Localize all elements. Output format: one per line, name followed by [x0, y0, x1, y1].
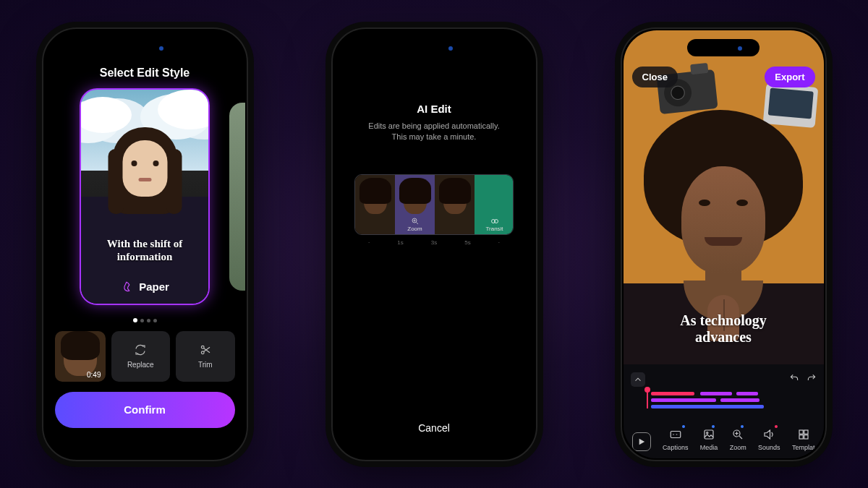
processing-timeline: Zoom Transit — [354, 174, 514, 235]
editor-bottom-panel: Captions Media Zoom Sounds — [624, 364, 824, 458]
zoom-icon — [411, 217, 420, 226]
chevron-up-icon — [633, 374, 643, 385]
track-clip[interactable] — [651, 392, 694, 395]
track-clip[interactable] — [720, 398, 760, 402]
media-icon — [702, 428, 715, 441]
track-clip[interactable] — [651, 405, 764, 408]
style-carousel[interactable]: With the shift of information Paper — [45, 88, 245, 305]
scissors-icon — [199, 343, 212, 356]
preview-caption: With the shift of information — [81, 237, 208, 263]
svg-rect-6 — [705, 430, 713, 439]
replace-icon — [134, 343, 147, 356]
carousel-dots — [45, 312, 245, 325]
toolbar-zoom[interactable]: Zoom — [730, 428, 746, 451]
captions-icon — [669, 428, 682, 441]
clip-duration: 0:49 — [87, 371, 101, 379]
timeline[interactable] — [648, 392, 817, 408]
timeline-segment-zoom: Zoom — [395, 175, 435, 234]
close-button[interactable]: Close — [632, 67, 678, 87]
templates-icon — [797, 428, 810, 441]
svg-rect-10 — [804, 430, 807, 434]
timeline-segment-transition: Transit — [475, 175, 514, 234]
svg-point-1 — [201, 351, 204, 354]
confirm-label: Confirm — [124, 403, 166, 416]
video-preview[interactable]: Close Export As technology advances — [624, 30, 824, 364]
sounds-icon — [762, 428, 775, 441]
toolbar-media[interactable]: Media — [700, 428, 718, 451]
dynamic-island — [398, 39, 470, 56]
play-button[interactable] — [632, 432, 651, 451]
timeline-segment — [435, 175, 475, 234]
ai-edit-subtitle: Edits are being applied automatically. T… — [368, 121, 499, 143]
cancel-button[interactable]: Cancel — [334, 422, 535, 434]
redo-icon — [807, 373, 817, 383]
replace-button[interactable]: Replace — [111, 331, 171, 382]
svg-rect-5 — [671, 431, 681, 437]
svg-rect-11 — [799, 435, 803, 438]
playhead[interactable] — [647, 390, 648, 408]
screen-title: Select Edit Style — [45, 67, 245, 80]
svg-point-0 — [201, 346, 204, 348]
clip-thumbnail[interactable]: 0:49 — [55, 331, 106, 382]
track-clip[interactable] — [700, 392, 732, 395]
time-ticks: · 1s 3s 5s · — [354, 239, 514, 246]
style-card-paper[interactable]: With the shift of information Paper — [80, 88, 210, 305]
transition-icon — [490, 217, 499, 226]
zoom-icon — [731, 428, 744, 441]
track-clip[interactable] — [651, 398, 716, 402]
dynamic-island — [687, 39, 760, 56]
toolbar-captions[interactable]: Captions — [663, 428, 689, 451]
phone-2-ai-edit-progress: AI Edit Edits are being applied automati… — [331, 27, 537, 461]
play-icon — [638, 438, 645, 445]
timeline-segment — [355, 175, 395, 234]
undo-button[interactable] — [789, 373, 799, 386]
phone-3-editor: Close Export As technology advances — [621, 27, 827, 461]
collapse-button[interactable] — [631, 372, 645, 387]
toolbar-templates[interactable]: Templat — [792, 428, 815, 451]
dynamic-island — [109, 39, 181, 56]
ai-edit-title: AI Edit — [417, 103, 451, 115]
style-name: Paper — [139, 281, 169, 293]
trim-button[interactable]: Trim — [176, 331, 235, 382]
svg-point-7 — [707, 432, 708, 433]
track-clip[interactable] — [736, 392, 758, 395]
confirm-button[interactable]: Confirm — [55, 392, 235, 428]
paper-icon — [120, 281, 133, 294]
phone-1-select-edit-style: Select Edit Style With the shift of info… — [42, 27, 248, 461]
svg-rect-9 — [799, 430, 803, 434]
preview-caption: As technology advances — [624, 312, 824, 346]
person-face — [107, 127, 183, 236]
export-button[interactable]: Export — [765, 67, 814, 87]
redo-button[interactable] — [807, 373, 817, 386]
trim-label: Trim — [198, 361, 213, 369]
style-name-row: Paper — [81, 281, 208, 294]
next-style-peek[interactable] — [229, 103, 245, 291]
undo-icon — [789, 373, 799, 383]
replace-label: Replace — [127, 361, 154, 369]
svg-rect-12 — [804, 435, 807, 438]
toolbar-sounds[interactable]: Sounds — [758, 428, 780, 451]
